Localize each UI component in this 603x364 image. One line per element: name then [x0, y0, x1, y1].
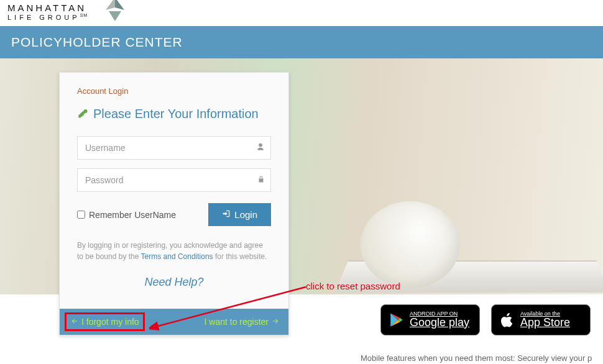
lock-icon: [257, 175, 265, 186]
brand-line2: LIFE GROUPSM: [7, 13, 596, 21]
mobile-tagline: Mobile features when you need them most:…: [361, 353, 603, 363]
remember-label[interactable]: Remember UserName: [77, 210, 176, 220]
username-field-wrap: [77, 136, 271, 160]
annotation-text: click to reset password: [306, 281, 400, 291]
svg-marker-2: [109, 11, 121, 21]
login-card-footer: I forgot my info I want to register: [60, 309, 288, 335]
login-button[interactable]: Login: [208, 203, 271, 226]
google-play-icon: [389, 311, 405, 329]
google-play-badge[interactable]: ANDROID APP ON Google play: [380, 304, 480, 335]
svg-marker-1: [115, 0, 124, 10]
signin-icon: [222, 209, 231, 220]
hero-cup-decor: [361, 201, 460, 288]
apple-icon: [499, 311, 515, 329]
page-title: POLICYHOLDER CENTER: [11, 35, 183, 49]
brand-bar: MANHATTAN LIFE GROUPSM: [0, 0, 603, 26]
login-card: Account Login Please Enter Your Informat…: [59, 72, 289, 335]
app-store-badge[interactable]: Available on the App Store: [491, 304, 591, 335]
password-input[interactable]: [77, 168, 271, 192]
login-card-title: Account Login: [77, 86, 271, 96]
password-field-wrap: [77, 168, 271, 192]
arrow-left-icon: [70, 317, 79, 327]
brand-mark-icon: [103, 0, 127, 21]
need-help-link[interactable]: Need Help?: [77, 271, 271, 298]
login-disclaimer: By logging in or registering, you acknow…: [77, 240, 271, 262]
terms-link[interactable]: Terms and Conditions: [141, 252, 213, 261]
register-link[interactable]: I want to register: [205, 316, 280, 327]
remember-checkbox[interactable]: [77, 211, 85, 219]
brand-logo: MANHATTAN LIFE GROUPSM: [7, 2, 596, 21]
remember-row: Remember UserName Login: [77, 203, 271, 226]
brand-line1: MANHATTAN: [7, 2, 596, 13]
arrow-right-icon: [271, 317, 280, 327]
user-icon: [256, 143, 265, 153]
login-heading: Please Enter Your Information: [77, 107, 271, 121]
username-input[interactable]: [77, 136, 271, 160]
page-header: POLICYHOLDER CENTER: [0, 26, 603, 58]
key-icon: [77, 107, 88, 121]
hero-area: Account Login Please Enter Your Informat…: [0, 58, 603, 294]
svg-marker-0: [106, 0, 115, 10]
forgot-info-link[interactable]: I forgot my info: [65, 312, 145, 331]
